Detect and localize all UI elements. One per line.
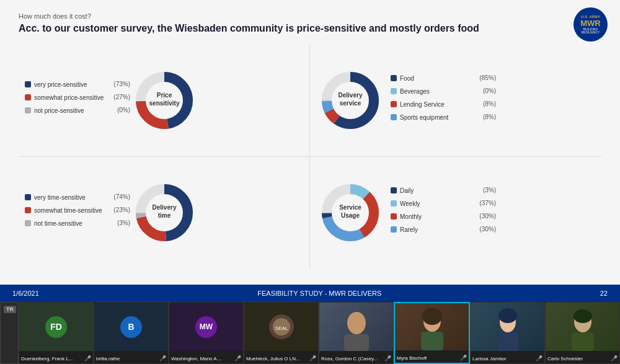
legend-pct-beverages: (0%) — [483, 87, 496, 94]
larissa-name: Larissa Jambor — [472, 356, 507, 362]
delivery-service-section: Delivery service Food (85%) Beverages (0… — [310, 45, 601, 157]
larissa-video-area — [471, 303, 544, 351]
ross-icons: 🎤 — [384, 355, 391, 362]
svg-rect-28 — [344, 334, 369, 351]
legend-item-lending: Lending Service (8%) — [391, 100, 496, 109]
logo-circle: U.S. ARMY MWR BUILDINGRESILIENCY — [574, 7, 608, 42]
video-strip: TR FD Duenkelberg, Frank L... 🎤 B britta… — [0, 302, 620, 364]
slide-header: How much does it cost? Acc. to our custo… — [19, 12, 601, 35]
service-usage-donut: Service Usage — [316, 179, 384, 247]
svg-rect-37 — [572, 332, 594, 351]
svg-text:Delivery: Delivery — [153, 204, 177, 211]
study-label: FEASIBILITY STUDY - MWR DELIVERS — [257, 290, 381, 297]
legend-pct-somewhat-price: (27%) — [113, 94, 130, 100]
video-thumb-myra[interactable]: Myra Bischoff 🎤 — [394, 302, 470, 364]
video-thumb-b[interactable]: B britta.rathe 🎤 — [94, 302, 169, 364]
slide-date: 1/6/2021 — [12, 290, 39, 297]
seal-name: Muehleck, Julius O LN... — [246, 356, 300, 362]
fd-video-area: FD — [19, 303, 93, 351]
legend-label-daily: Daily — [400, 187, 477, 195]
b-avatar: B — [120, 316, 142, 338]
legend-item-daily: Daily (3%) — [391, 187, 496, 195]
video-thumb-fd[interactable]: FD Duenkelberg, Frank L... 🎤 — [19, 302, 94, 364]
carlo-video-area — [546, 303, 619, 351]
legend-item-not-time: not time-sensitive (3%) — [25, 220, 130, 228]
price-sensitivity-legend: very price-sensitive (73%) somewhat pric… — [25, 81, 130, 120]
legend-pct-very-price: (73%) — [113, 81, 130, 87]
legend-pct-not-price: (0%) — [117, 107, 130, 113]
slide-subtitle: How much does it cost? — [19, 12, 601, 20]
legend-label-food: Food — [400, 74, 474, 82]
delivery-service-donut: Delivery service — [316, 66, 384, 135]
legend-label-sports: Sports equipment — [400, 113, 477, 122]
svg-text:time: time — [158, 212, 171, 219]
legend-item-not-price: not price-sensitive (0%) — [25, 107, 130, 115]
carlo-name: Carlo Schneider — [547, 356, 583, 362]
legend-dot-not-time — [25, 220, 31, 226]
fd-name: Duenkelberg, Frank L... — [21, 356, 73, 362]
video-thumb-carlo[interactable]: Carlo Schneider 🎤 — [545, 302, 620, 364]
legend-label-lending: Lending Service — [400, 100, 477, 109]
svg-text:Delivery: Delivery — [339, 92, 363, 99]
legend-item-sports: Sports equipment (8%) — [391, 113, 496, 122]
bottom-bar: 1/6/2021 FEASIBILITY STUDY - MWR DELIVER… — [0, 285, 620, 302]
legend-item-food: Food (85%) — [391, 74, 496, 82]
price-sensitivity-section: very price-sensitive (73%) somewhat pric… — [19, 45, 310, 157]
legend-dot-weekly — [391, 200, 397, 206]
legend-pct-food: (85%) — [479, 74, 496, 81]
delivery-service-svg: Delivery service — [316, 66, 384, 135]
legend-pct-somewhat-time: (23%) — [113, 206, 130, 213]
fd-avatar: FD — [45, 316, 67, 338]
legend-dot-somewhat-price — [25, 94, 31, 100]
legend-label-beverages: Beverages — [400, 87, 477, 95]
svg-text:Service: Service — [339, 204, 361, 211]
myra-video-area — [395, 303, 469, 350]
svg-rect-31 — [421, 332, 443, 350]
svg-text:SEAL: SEAL — [275, 326, 288, 331]
svg-text:service: service — [340, 100, 361, 107]
legend-pct-sports: (8%) — [483, 113, 496, 120]
seal-avatar: SEAL — [269, 314, 294, 339]
legend-label-monthly: Monthly — [400, 213, 474, 221]
video-thumb-ross[interactable]: Ross, Gordon C (Casey... 🎤 — [319, 302, 394, 364]
charts-grid: very price-sensitive (73%) somewhat pric… — [19, 45, 601, 269]
legend-label-not-time: not time-sensitive — [34, 220, 112, 228]
svg-text:Usage: Usage — [341, 212, 360, 219]
video-thumb-tr[interactable]: TR — [0, 302, 19, 364]
svg-point-27 — [347, 312, 366, 334]
video-thumb-larissa[interactable]: Larissa Jambor 🎤 — [470, 302, 545, 364]
svg-text:Price: Price — [157, 92, 172, 99]
legend-dot-somewhat-time — [25, 207, 31, 213]
delivery-time-legend: very time-sensitive (74%) somewhat time-… — [25, 193, 130, 233]
legend-item-very-price: very price-sensitive (73%) — [25, 81, 130, 89]
mw-avatar: MW — [195, 316, 217, 338]
b-icons: 🎤 — [159, 355, 166, 362]
legend-label-very-time: very time-sensitive — [34, 193, 108, 202]
legend-item-beverages: Beverages (0%) — [391, 87, 496, 95]
legend-label-very-price: very price-sensitive — [34, 81, 108, 89]
seal-video-area: SEAL — [244, 303, 318, 351]
video-thumb-mw[interactable]: MW Washington, Mario A ... 🎤 — [169, 302, 244, 364]
larissa-icons: 🎤 — [536, 355, 542, 362]
logo: U.S. ARMY MWR BUILDINGRESILIENCY — [574, 7, 608, 42]
legend-dot-food — [391, 75, 397, 81]
legend-dot-very-time — [25, 194, 31, 200]
legend-pct-daily: (3%) — [483, 187, 496, 193]
legend-item-very-time: very time-sensitive (74%) — [25, 193, 130, 202]
page-number: 22 — [600, 290, 608, 297]
legend-dot-lending — [391, 101, 397, 107]
tr-badge: TR — [4, 306, 16, 313]
legend-pct-weekly: (37%) — [479, 200, 496, 206]
legend-item-monthly: Monthly (30%) — [391, 213, 496, 221]
legend-item-weekly: Weekly (37%) — [391, 200, 496, 208]
legend-label-somewhat-price: somewhat price-sensitive — [34, 94, 108, 102]
logo-line1: U.S. ARMY — [580, 15, 601, 19]
legend-label-weekly: Weekly — [400, 200, 474, 208]
svg-point-30 — [422, 308, 442, 325]
video-thumb-seal[interactable]: SEAL Muehleck, Julius O LN... 🎤 — [244, 302, 319, 364]
price-sensitivity-svg: Price sensitivity — [130, 66, 198, 135]
delivery-time-donut: Delivery time — [130, 179, 198, 247]
logo-line3: BUILDINGRESILIENCY — [580, 28, 601, 35]
legend-dot-sports — [391, 114, 397, 120]
mw-icons: 🎤 — [234, 355, 241, 362]
